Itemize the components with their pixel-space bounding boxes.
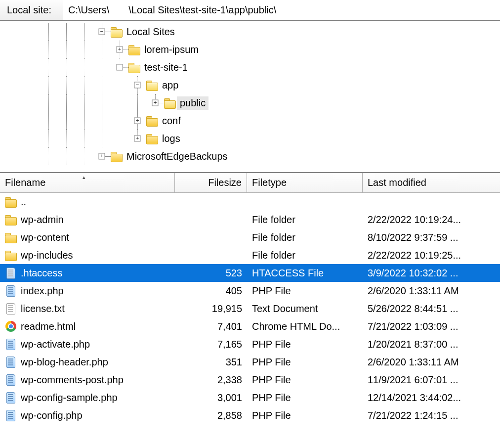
sort-ascending-icon: ▴: [83, 174, 85, 180]
htaccess-file-icon: [5, 267, 17, 279]
expand-icon[interactable]: [152, 100, 159, 106]
file-row[interactable]: wp-adminFile folder2/22/2022 10:19:24...: [0, 211, 500, 228]
tree-item-local-sites[interactable]: Local Sites: [40, 23, 500, 41]
file-row[interactable]: readme.html7,401Chrome HTML Do...7/21/20…: [0, 317, 500, 335]
tree-item-test-site-1[interactable]: test-site-1: [40, 58, 500, 76]
file-row[interactable]: ..: [0, 193, 500, 211]
expand-icon[interactable]: [99, 153, 105, 160]
file-date: 5/26/2022 8:44:51 ...: [363, 303, 500, 314]
file-size: 19,915: [175, 303, 247, 314]
folder-icon: [146, 133, 158, 144]
file-type: Text Document: [247, 303, 363, 314]
php-file-icon: [5, 285, 17, 297]
file-date: 7/21/2022 1:03:09 ...: [363, 321, 500, 332]
chrome-icon: [5, 321, 16, 332]
php-file-icon: [5, 409, 17, 421]
php-file-icon: [5, 392, 17, 403]
file-name: wp-blog-header.php: [21, 357, 108, 368]
file-name: wp-config-sample.php: [21, 392, 118, 403]
file-row[interactable]: wp-comments-post.php2,338PHP File11/9/20…: [0, 371, 500, 389]
tree-item-label: Local Sites: [124, 25, 178, 39]
tree-item-conf[interactable]: conf: [40, 112, 500, 130]
file-list-rows: ..wp-adminFile folder2/22/2022 10:19:24.…: [0, 193, 500, 424]
file-name: license.txt: [21, 303, 65, 314]
folder-icon: [111, 150, 123, 162]
file-type: PHP File: [247, 392, 363, 403]
file-date: 2/22/2022 10:19:25...: [363, 250, 500, 261]
file-type: HTACCESS File: [247, 268, 363, 279]
tree-item-app[interactable]: app: [40, 76, 500, 94]
file-list: Filename ▴ Filesize Filetype Last modifi…: [0, 173, 500, 424]
file-type: Chrome HTML Do...: [247, 321, 363, 332]
file-date: 2/22/2022 10:19:24...: [363, 214, 500, 225]
file-date: 2/6/2020 1:33:11 AM: [363, 285, 500, 297]
local-site-path-input[interactable]: C:\Users\ \Local Sites\test-site-1\app\p…: [63, 0, 500, 20]
file-type: PHP File: [247, 339, 363, 350]
tree-item-lorem-ipsum[interactable]: lorem-ipsum: [40, 41, 500, 58]
file-size: 405: [175, 285, 247, 297]
file-type: PHP File: [247, 374, 363, 386]
file-row[interactable]: wp-contentFile folder8/10/2022 9:37:59 .…: [0, 228, 500, 246]
local-site-label: Local site:: [0, 0, 63, 20]
expand-icon[interactable]: [134, 135, 141, 142]
file-type: File folder: [247, 214, 363, 225]
file-row[interactable]: index.php405PHP File2/6/2020 1:33:11 AM: [0, 282, 500, 300]
expand-icon[interactable]: [134, 118, 141, 124]
collapse-icon[interactable]: [99, 29, 105, 35]
folder-icon: [146, 115, 158, 127]
txt-file-icon: [5, 303, 17, 314]
tree-item-label: MicrosoftEdgeBackups: [124, 150, 231, 163]
file-name: readme.html: [21, 321, 76, 332]
folder-icon: [146, 79, 158, 91]
file-row[interactable]: wp-activate.php7,165PHP File1/20/2021 8:…: [0, 335, 500, 353]
file-size: 7,165: [175, 339, 247, 350]
file-size: 7,401: [175, 321, 247, 332]
folder-icon: [128, 44, 140, 55]
collapse-icon[interactable]: [117, 64, 123, 71]
file-size: 3,001: [175, 392, 247, 403]
file-name: wp-comments-post.php: [21, 374, 124, 386]
folder-tree[interactable]: Local Siteslorem-ipsumtest-site-1apppubl…: [0, 21, 500, 173]
column-header-filename[interactable]: Filename ▴: [0, 173, 175, 192]
file-row[interactable]: wp-config-sample.php3,001PHP File12/14/2…: [0, 389, 500, 406]
tree-item-microsoftedgebackups[interactable]: MicrosoftEdgeBackups: [40, 147, 500, 165]
file-date: 12/14/2021 3:44:02...: [363, 392, 500, 403]
file-type: File folder: [247, 232, 363, 243]
file-row[interactable]: wp-includesFile folder2/22/2022 10:19:25…: [0, 246, 500, 264]
php-file-icon: [5, 338, 17, 350]
folder-icon: [5, 196, 17, 208]
folder-icon: [5, 214, 17, 225]
file-row[interactable]: .htaccess523HTACCESS File3/9/2022 10:32:…: [0, 264, 500, 282]
folder-icon: [5, 249, 17, 261]
file-size: 2,858: [175, 410, 247, 421]
expand-icon[interactable]: [117, 46, 123, 53]
file-row[interactable]: wp-blog-header.php351PHP File2/6/2020 1:…: [0, 353, 500, 371]
column-header-filename-label: Filename: [5, 177, 45, 188]
tree-item-label: logs: [159, 132, 183, 145]
file-name: wp-admin: [21, 214, 64, 225]
php-file-icon: [5, 374, 17, 386]
file-type: PHP File: [247, 357, 363, 368]
file-type: PHP File: [247, 285, 363, 297]
tree-item-label: app: [159, 79, 181, 92]
file-name: .htaccess: [21, 268, 62, 279]
tree-item-logs[interactable]: logs: [40, 130, 500, 147]
tree-item-public[interactable]: public: [40, 94, 500, 112]
tree-item-label: lorem-ipsum: [141, 43, 202, 56]
folder-icon: [128, 61, 140, 73]
file-date: 8/10/2022 9:37:59 ...: [363, 232, 500, 243]
file-type: File folder: [247, 250, 363, 261]
file-name: wp-config.php: [21, 410, 83, 421]
column-header-filesize[interactable]: Filesize: [175, 173, 247, 192]
file-type: PHP File: [247, 410, 363, 421]
folder-icon: [111, 26, 123, 38]
column-header-lastmodified[interactable]: Last modified: [363, 173, 500, 192]
file-name: wp-includes: [21, 250, 73, 261]
column-header-filetype[interactable]: Filetype: [247, 173, 363, 192]
folder-icon: [5, 231, 17, 243]
file-row[interactable]: license.txt19,915Text Document5/26/2022 …: [0, 300, 500, 317]
file-name: wp-content: [21, 232, 69, 243]
collapse-icon[interactable]: [134, 82, 141, 89]
file-row[interactable]: wp-config.php2,858PHP File7/21/2022 1:24…: [0, 406, 500, 424]
tree-item-label: conf: [159, 114, 184, 128]
